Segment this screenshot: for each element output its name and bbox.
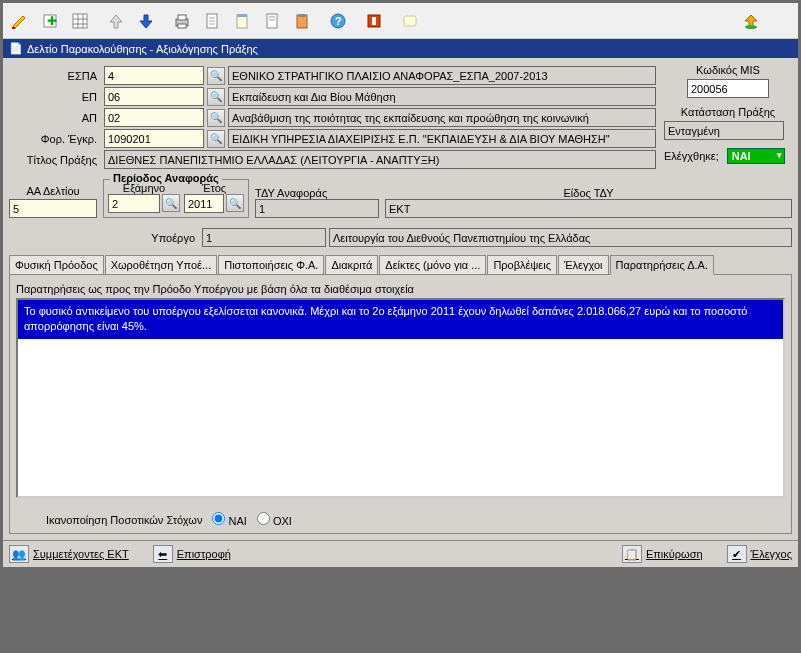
check-icon: ✔ <box>727 545 747 563</box>
tool-edit-icon[interactable] <box>6 7 34 35</box>
back-arrow-icon: ⬅ <box>153 545 173 563</box>
tab-strip: Φυσική Πρόοδος Χωροθέτηση Υποέ... Πιστοπ… <box>9 255 792 275</box>
title-value <box>104 150 656 169</box>
tool-note-icon[interactable] <box>396 7 424 35</box>
observations-textarea[interactable]: Το φυσικό αντικείμενο του υποέργου εξελί… <box>16 298 785 498</box>
ep-desc <box>228 87 656 106</box>
footer-back-link[interactable]: ⬅Επιστροφή <box>153 545 231 563</box>
tdy-input <box>255 199 379 218</box>
tool-up-arrow-icon[interactable] <box>102 7 130 35</box>
tab-forecasts[interactable]: Προβλέψεις <box>487 255 557 274</box>
observations-text: Το φυσικό αντικείμενο του υποέργου εξελί… <box>18 300 783 339</box>
tdy-label: ΤΔΥ Αναφοράς <box>255 187 379 199</box>
tab-indicators[interactable]: Δείκτες (μόνο για ... <box>379 255 486 274</box>
semester-lookup-button[interactable]: 🔍 <box>162 194 180 212</box>
tool-export-icon[interactable] <box>737 7 765 35</box>
tool-down-arrow-icon[interactable] <box>132 7 160 35</box>
tool-print-icon[interactable] <box>168 7 196 35</box>
checked-label: Ελέγχθηκε; <box>664 150 723 162</box>
tab-observations[interactable]: Παρατηρήσεις Δ.Α. <box>610 255 714 275</box>
tool-new-icon[interactable]: ✚ <box>36 7 64 35</box>
subproj-desc <box>329 228 792 247</box>
radio-group-label: Ικανοποίηση Ποσοτικών Στόχων <box>46 514 202 526</box>
footer-check-link[interactable]: ✔Έλεγχος <box>727 545 792 563</box>
svg-text:?: ? <box>335 15 342 27</box>
checked-chip[interactable]: ΝΑΙ <box>727 148 785 164</box>
svg-rect-19 <box>299 14 305 17</box>
check-clipboard-icon: 📋 <box>622 545 642 563</box>
tool-notepad-icon[interactable] <box>228 7 256 35</box>
espa-desc <box>228 66 656 85</box>
ap-label: ΑΠ <box>9 112 101 124</box>
tab-physical[interactable]: Φυσική Πρόοδος <box>9 255 104 274</box>
tab-discrete[interactable]: Διακριτά <box>325 255 378 274</box>
espa-code-input[interactable] <box>104 66 204 85</box>
svg-rect-9 <box>178 15 186 20</box>
tab-checks[interactable]: Έλεγχοι <box>558 255 609 274</box>
year-input[interactable] <box>184 194 224 213</box>
mis-value[interactable] <box>687 79 769 98</box>
svg-rect-16 <box>237 14 247 17</box>
footer-bar: 👥Συμμετέχοντες ΕΚΤ ⬅Επιστροφή 📋Επικύρωση… <box>3 540 798 567</box>
espa-lookup-button[interactable]: 🔍 <box>207 67 225 85</box>
window-titlebar: 📄 Δελτίο Παρακολούθησης - Αξιολόγησης Πρ… <box>3 39 798 58</box>
svg-rect-3 <box>73 14 87 28</box>
kind-label: Είδος ΤΔΥ <box>385 187 792 199</box>
for-lookup-button[interactable]: 🔍 <box>207 130 225 148</box>
window-title: Δελτίο Παρακολούθησης - Αξιολόγησης Πράξ… <box>27 43 258 55</box>
year-lookup-button[interactable]: 🔍 <box>226 194 244 212</box>
people-icon: 👥 <box>9 545 29 563</box>
title-label: Τίτλος Πράξης <box>9 154 101 166</box>
svg-rect-0 <box>12 27 15 29</box>
subproj-label: Υποέργο <box>9 232 199 244</box>
tab-certs[interactable]: Πιστοποιήσεις Φ.Α. <box>218 255 324 274</box>
espa-label: ΕΣΠΑ <box>9 70 101 82</box>
aa-input[interactable] <box>9 199 97 218</box>
svg-point-25 <box>745 25 757 29</box>
for-code-input[interactable] <box>104 129 204 148</box>
svg-text:✚: ✚ <box>47 14 57 28</box>
ap-code-input[interactable] <box>104 108 204 127</box>
subproj-code <box>202 228 326 247</box>
kind-input <box>385 199 792 218</box>
svg-rect-17 <box>267 14 277 28</box>
tool-page-icon[interactable] <box>198 7 226 35</box>
ap-lookup-button[interactable]: 🔍 <box>207 109 225 127</box>
ep-code-input[interactable] <box>104 87 204 106</box>
radio-yes[interactable]: ΝΑΙ <box>212 512 246 527</box>
tool-stop-icon[interactable] <box>360 7 388 35</box>
ep-lookup-button[interactable]: 🔍 <box>207 88 225 106</box>
ap-desc <box>228 108 656 127</box>
svg-rect-24 <box>404 16 416 26</box>
observations-label: Παρατηρήσεις ως προς την Πρόοδο Υποέργου… <box>16 283 785 295</box>
aa-label: ΑΑ Δελτίου <box>9 185 97 197</box>
footer-ekt-link[interactable]: 👥Συμμετέχοντες ΕΚΤ <box>9 545 129 563</box>
period-legend: Περίοδος Αναφοράς <box>110 172 222 184</box>
main-toolbar: ✚ ? <box>3 3 798 39</box>
tool-grid-icon[interactable] <box>66 7 94 35</box>
tool-doc-icon[interactable] <box>258 7 286 35</box>
ep-label: ΕΠ <box>9 91 101 103</box>
tool-help-icon[interactable]: ? <box>324 7 352 35</box>
for-desc <box>228 129 656 148</box>
semester-input[interactable] <box>108 194 160 213</box>
svg-rect-10 <box>178 24 186 28</box>
status-label: Κατάσταση Πράξης <box>664 106 792 118</box>
tab-location[interactable]: Χωροθέτηση Υποέ... <box>105 255 218 274</box>
radio-no[interactable]: ΟΧΙ <box>257 512 292 527</box>
tool-clipboard-icon[interactable] <box>288 7 316 35</box>
footer-validate-link[interactable]: 📋Επικύρωση <box>622 545 703 563</box>
svg-rect-23 <box>372 17 376 25</box>
status-value <box>664 121 784 140</box>
mis-label: Κωδικός MIS <box>664 64 792 76</box>
for-label: Φορ. Έγκρ. <box>9 133 101 145</box>
